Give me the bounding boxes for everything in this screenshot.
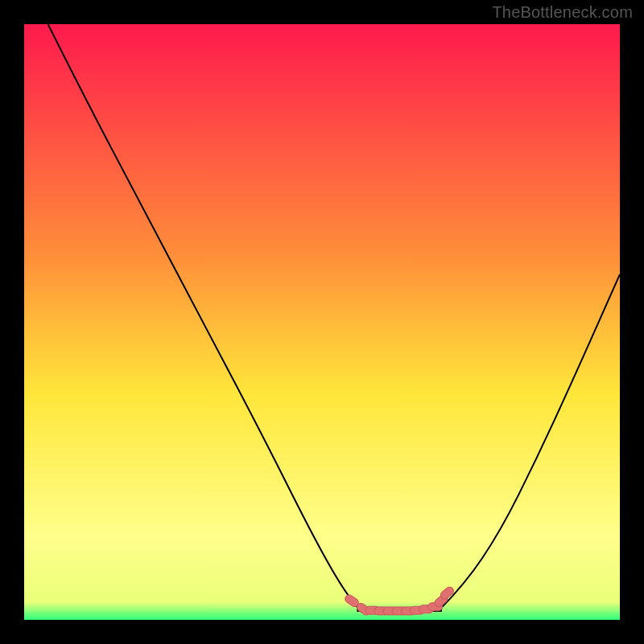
bottleneck-curve [24,24,620,620]
curve-path [48,24,620,611]
chart-frame [0,0,644,644]
marker-group [344,585,456,617]
watermark-text: TheBottleneck.com [492,3,633,22]
plot-area [24,24,620,620]
